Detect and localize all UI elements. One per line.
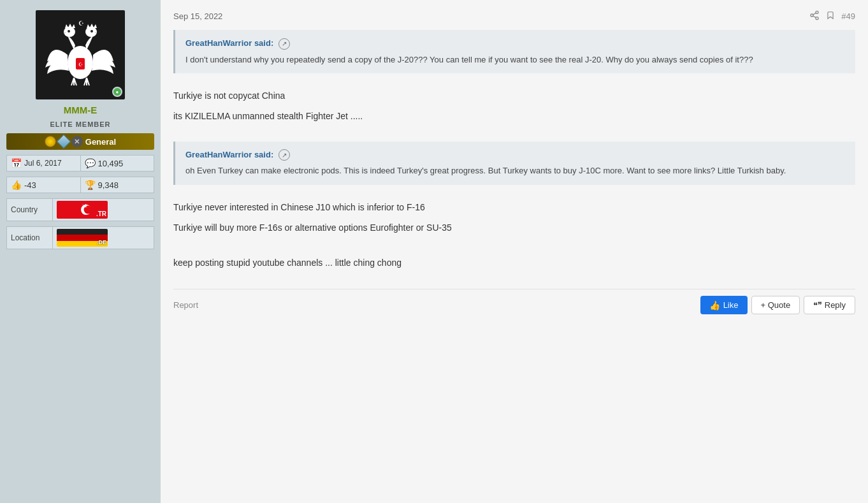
quote1-text: I don't understand why you repeatedly se… bbox=[185, 54, 845, 66]
body-line4: Turkiye will buy more F-16s or alternati… bbox=[173, 221, 855, 235]
tr-label: .TR bbox=[96, 210, 106, 217]
post-date: Sep 15, 2022 bbox=[173, 11, 222, 21]
rank-bar: ✕ General bbox=[6, 133, 154, 150]
quote2-expand-icon[interactable]: ↗ bbox=[278, 149, 290, 161]
quote1-author[interactable]: GreatHanWarrior said: bbox=[185, 38, 273, 48]
stats-row-2: 👍 -43 🏆 9,348 bbox=[6, 177, 154, 193]
message-icon: 💬 bbox=[85, 158, 96, 168]
svg-text:☪: ☪ bbox=[78, 62, 83, 68]
join-date: Jul 6, 2017 bbox=[24, 159, 62, 168]
quote2-author[interactable]: GreatHanWarrior said: bbox=[185, 150, 273, 159]
country-row: Country .TR bbox=[6, 198, 154, 221]
country-value: .TR bbox=[53, 200, 154, 220]
country-label: Country bbox=[7, 199, 53, 221]
rank-label: General bbox=[85, 137, 116, 147]
online-indicator: ● bbox=[112, 87, 122, 97]
message-count: 10,495 bbox=[98, 159, 124, 168]
footer-buttons: 👍 Like + Quote ❝❞ Reply bbox=[700, 296, 855, 314]
calendar-icon: 📅 bbox=[11, 158, 22, 168]
quote1-expand-icon[interactable]: ↗ bbox=[278, 38, 290, 50]
rank-icon-gold bbox=[45, 136, 56, 147]
reply-icon: ❝❞ bbox=[813, 300, 822, 310]
svg-point-13 bbox=[811, 14, 813, 17]
username[interactable]: MMM-E bbox=[64, 105, 98, 115]
thumbsup-icon: 👍 bbox=[709, 300, 720, 310]
sidebar: ☪ ☪ ● MMM-E ELITE MEMBER ✕ General 📅 Jul… bbox=[0, 0, 161, 503]
de-label: .DE bbox=[97, 239, 106, 245]
body-line2: its KIZILELMA unmanned stealth Fighter J… bbox=[173, 109, 855, 123]
reaction-cell: 👍 -43 bbox=[7, 177, 81, 193]
body-line3: Turkiye never interested in Chinese J10 … bbox=[173, 200, 855, 214]
bookmark-icon[interactable] bbox=[826, 10, 835, 22]
quote-button[interactable]: + Quote bbox=[751, 296, 800, 314]
svg-point-3 bbox=[68, 30, 70, 33]
report-link[interactable]: Report bbox=[173, 300, 198, 310]
user-title: ELITE MEMBER bbox=[50, 120, 110, 128]
trophy-count: 9,348 bbox=[98, 180, 119, 190]
join-date-cell: 📅 Jul 6, 2017 bbox=[7, 156, 81, 171]
post-number: #49 bbox=[841, 11, 855, 21]
reply-button[interactable]: ❝❞ Reply bbox=[804, 296, 855, 314]
post-header: Sep 15, 2022 #49 bbox=[173, 10, 855, 22]
post-body-2: Turkiye never interested in Chinese J10 … bbox=[173, 195, 855, 282]
like-button[interactable]: 👍 Like bbox=[700, 296, 748, 314]
location-value: .DE bbox=[53, 228, 154, 248]
reaction-score: -43 bbox=[24, 180, 36, 190]
location-row: Location .DE bbox=[6, 226, 154, 249]
quote2-header: GreatHanWarrior said: ↗ bbox=[185, 149, 845, 161]
body-line5: keep posting stupid youtube channels ...… bbox=[173, 256, 855, 270]
stats-row-1: 📅 Jul 6, 2017 💬 10,495 bbox=[6, 155, 154, 171]
svg-line-15 bbox=[813, 16, 816, 18]
post-container: Sep 15, 2022 #49 GreatHanWar bbox=[161, 0, 868, 327]
main-content: Sep 15, 2022 #49 GreatHanWar bbox=[161, 0, 868, 503]
svg-point-10 bbox=[84, 206, 92, 214]
turkey-flag: .TR bbox=[57, 201, 108, 219]
post-body-1: Turkiye is not copycat China its KIZILEL… bbox=[173, 84, 855, 135]
germany-flag: .DE bbox=[57, 229, 108, 247]
svg-point-12 bbox=[816, 11, 818, 13]
svg-point-14 bbox=[816, 17, 818, 20]
post-actions: #49 bbox=[809, 10, 855, 22]
trophy-cell: 🏆 9,348 bbox=[81, 177, 154, 193]
rank-icon-x: ✕ bbox=[71, 136, 83, 147]
thumbs-up-icon: 👍 bbox=[11, 180, 22, 190]
svg-point-4 bbox=[90, 30, 93, 33]
share-icon[interactable] bbox=[809, 10, 820, 22]
body-line1: Turkiye is not copycat China bbox=[173, 89, 855, 103]
quote2-text: oh Even Turkey can make electronic pods.… bbox=[185, 164, 845, 177]
avatar[interactable]: ☪ ☪ bbox=[36, 10, 125, 99]
avatar-container: ☪ ☪ ● bbox=[36, 10, 125, 99]
trophy-icon: 🏆 bbox=[85, 180, 96, 190]
svg-line-16 bbox=[813, 13, 816, 15]
quote1-header: GreatHanWarrior said: ↗ bbox=[185, 38, 845, 50]
rank-icon-diamond bbox=[56, 135, 71, 149]
quote-block-1: GreatHanWarrior said: ↗ I don't understa… bbox=[173, 30, 855, 73]
quote-block-2: GreatHanWarrior said: ↗ oh Even Turkey c… bbox=[173, 142, 855, 185]
location-label: Location bbox=[7, 227, 53, 249]
message-count-cell: 💬 10,495 bbox=[81, 156, 154, 171]
post-footer: Report 👍 Like + Quote ❝❞ Reply bbox=[173, 289, 855, 317]
svg-text:☪: ☪ bbox=[78, 20, 84, 27]
